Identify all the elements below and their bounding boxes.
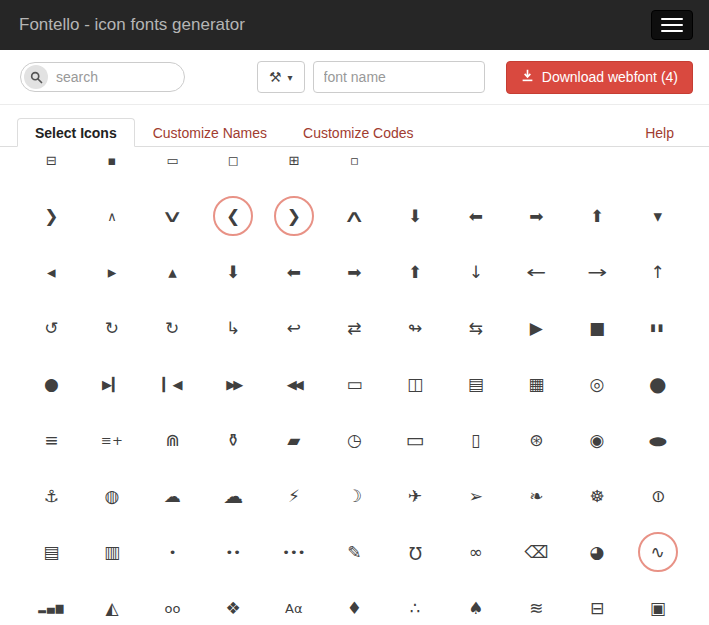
credit-card-icon[interactable]: ⊟: [575, 586, 619, 625]
reply-icon[interactable]: ↩: [272, 306, 316, 350]
cloud-icon[interactable]: ☁: [151, 474, 195, 518]
exchange-icon[interactable]: ⇆: [454, 306, 498, 350]
tab-help[interactable]: Help: [627, 118, 692, 147]
lifebuoy-icon[interactable]: ☸: [575, 474, 619, 518]
download-webfont-button[interactable]: Download webfont (4): [506, 61, 693, 94]
font-name-input[interactable]: [313, 61, 485, 93]
comment-icon[interactable]: ●: [636, 362, 680, 406]
list-bullet-icon[interactable]: ≡: [29, 418, 73, 462]
fast-backward-icon[interactable]: ◀◀: [272, 362, 316, 406]
cycle-icon[interactable]: ↺: [151, 306, 195, 350]
tab-customize-codes[interactable]: Customize Codes: [285, 118, 432, 147]
play-icon[interactable]: ▶: [514, 306, 558, 350]
monitor-icon[interactable]: ▭: [393, 418, 437, 462]
dot-2-icon[interactable]: ••: [211, 530, 255, 574]
search-box[interactable]: [20, 62, 185, 92]
briefcase-icon[interactable]: ▤: [29, 530, 73, 574]
shuffle-icon[interactable]: ⇄: [332, 306, 376, 350]
wifi-icon[interactable]: ⋒: [151, 418, 195, 462]
left-arrow-long-icon[interactable]: ←: [514, 250, 558, 294]
caret-left-icon[interactable]: ◂: [29, 250, 73, 294]
battery-icon[interactable]: ▭: [332, 362, 376, 406]
search-input[interactable]: [48, 69, 184, 85]
angle-right-circled-icon[interactable]: ❯: [272, 194, 316, 238]
boat-icon[interactable]: ⚓: [29, 474, 73, 518]
mouse-icon[interactable]: ⊖: [636, 474, 680, 518]
globe-icon[interactable]: ◍: [90, 474, 134, 518]
angle-right-icon[interactable]: ❯: [29, 194, 73, 238]
arrows-ccw-icon[interactable]: ↺: [29, 306, 73, 350]
chart-area-icon[interactable]: ◭: [90, 586, 134, 625]
chart-line-icon[interactable]: ∿: [636, 530, 680, 574]
floppy-icon[interactable]: ▣: [636, 586, 680, 625]
record-icon[interactable]: ●: [29, 362, 73, 406]
chevron-up-thin-icon[interactable]: ∧: [90, 194, 134, 238]
level-down-icon[interactable]: ↳: [211, 306, 255, 350]
hdd-icon[interactable]: ◫: [393, 362, 437, 406]
eye-icon[interactable]: ●: [636, 418, 680, 462]
videocam-icon[interactable]: ▰: [272, 418, 316, 462]
suitcase-icon[interactable]: ▥: [90, 530, 134, 574]
cloud-flash-icon[interactable]: ☁: [211, 474, 255, 518]
up-bold-icon[interactable]: ⬆: [393, 250, 437, 294]
arrow-up-fat-icon[interactable]: ⬆: [575, 194, 619, 238]
moon-icon[interactable]: ☽: [332, 474, 376, 518]
brush-icon[interactable]: ✎: [332, 530, 376, 574]
fast-forward-icon[interactable]: ▶▶: [211, 362, 255, 406]
paper-plane-icon[interactable]: ➢: [454, 474, 498, 518]
caret-right-icon[interactable]: ▸: [90, 250, 134, 294]
erase-icon[interactable]: ⌫: [514, 530, 558, 574]
flash-icon[interactable]: ⚡: [272, 474, 316, 518]
mobile-icon[interactable]: ▯: [454, 418, 498, 462]
clipped-3-icon[interactable]: ▭: [151, 147, 195, 182]
caret-up-icon[interactable]: ▴: [151, 250, 195, 294]
trophy-icon[interactable]: ⚱: [211, 418, 255, 462]
right-arrow-long-icon[interactable]: →: [575, 250, 619, 294]
clipped-2-icon[interactable]: ▪: [90, 147, 134, 182]
clipped-4-icon[interactable]: ◻: [211, 147, 255, 182]
tab-customize-names[interactable]: Customize Names: [135, 118, 285, 147]
voicemail-icon[interactable]: oo: [151, 586, 195, 625]
leaf-icon[interactable]: ❧: [514, 474, 558, 518]
chart-pie-icon[interactable]: ◕: [575, 530, 619, 574]
magnet-icon[interactable]: Ω: [393, 530, 437, 574]
arrows-cw-icon[interactable]: ↻: [90, 306, 134, 350]
infinity-icon[interactable]: ∞: [454, 530, 498, 574]
target-icon[interactable]: ◎: [575, 362, 619, 406]
hamburger-menu-button[interactable]: [651, 10, 693, 40]
keyboard-icon[interactable]: ▦: [514, 362, 558, 406]
plane-icon[interactable]: ✈: [393, 474, 437, 518]
left-bold-icon[interactable]: ⬅: [272, 250, 316, 294]
to-end-icon[interactable]: ▶▎: [90, 362, 134, 406]
waves-icon[interactable]: ≋: [514, 586, 558, 625]
tab-select-icons[interactable]: Select Icons: [17, 118, 135, 147]
chevron-up-icon[interactable]: ∧: [332, 194, 376, 238]
down-arrow-icon[interactable]: ↓: [454, 250, 498, 294]
tools-dropdown-button[interactable]: ⚒ ▾: [257, 61, 305, 93]
basketball-icon[interactable]: ⊛: [514, 418, 558, 462]
arrow-down-fat-icon[interactable]: ⬇: [393, 194, 437, 238]
clipped-6-icon[interactable]: ▫: [332, 147, 376, 182]
chevron-down-icon[interactable]: ∨: [151, 194, 195, 238]
inbox-icon[interactable]: ▤: [454, 362, 498, 406]
water-icon[interactable]: ∴: [393, 586, 437, 625]
list-add-icon[interactable]: ≡+: [90, 418, 134, 462]
angle-left-icon[interactable]: ❮: [211, 194, 255, 238]
arrow-left-fat-icon[interactable]: ⬅: [454, 194, 498, 238]
graduation-cap-icon[interactable]: ❖: [211, 586, 255, 625]
right-bold-icon[interactable]: ➡: [332, 250, 376, 294]
dot-icon[interactable]: •: [151, 530, 195, 574]
to-start-icon[interactable]: ▎◀: [151, 362, 195, 406]
arrow-right-fat-icon[interactable]: ➡: [514, 194, 558, 238]
caret-down-icon[interactable]: ▾: [636, 194, 680, 238]
chart-bar-icon[interactable]: ▂▄▆: [29, 586, 73, 625]
dot-circled-icon[interactable]: ◉: [575, 418, 619, 462]
droplet-icon[interactable]: ♠: [454, 586, 498, 625]
dot-3-icon[interactable]: •••: [272, 530, 316, 574]
icon-grid-viewport[interactable]: ⊟▪▭◻⊞▫❯∧∨❮❯∧⬇⬅➡⬆▾◂▸▴⬇⬅➡⬆↓←→↑↺↻↺↳↩⇄↬⇆▶■▮▮…: [0, 147, 709, 625]
clipped-1-icon[interactable]: ⊟: [29, 147, 73, 182]
loop-icon[interactable]: ↬: [393, 306, 437, 350]
language-icon[interactable]: Aα: [272, 586, 316, 625]
up-arrow-icon[interactable]: ↑: [636, 250, 680, 294]
down-bold-icon[interactable]: ⬇: [211, 250, 255, 294]
